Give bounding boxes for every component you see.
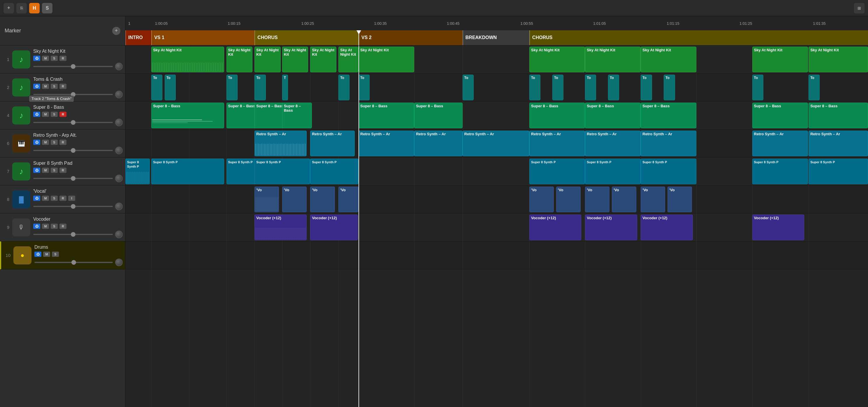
clip-vocoder-5[interactable]: Vocoder (+12) <box>641 215 692 240</box>
solo-btn-1[interactable]: S <box>51 56 58 61</box>
clip-synth-5[interactable]: Super 8 Synth P <box>310 159 359 184</box>
clip-vocal-3[interactable]: 'Vo <box>310 187 335 212</box>
clip-vocoder-4[interactable]: Vocoder (+12) <box>585 215 637 240</box>
track-slider-2[interactable] <box>33 94 113 95</box>
clip-vocal-2[interactable]: 'Vo <box>282 187 307 212</box>
track-knob-2[interactable] <box>115 91 123 98</box>
solo-btn-2[interactable]: S <box>51 84 58 89</box>
mute-btn-1[interactable]: M <box>42 56 49 61</box>
clip-retro-3[interactable]: Retro Synth – Ar <box>359 131 414 156</box>
clip-toms-12[interactable]: To <box>608 75 619 100</box>
add-button[interactable]: + <box>3 3 14 13</box>
clip-toms-6[interactable]: To <box>338 75 349 100</box>
power-btn-2[interactable]: ⏻ <box>33 84 40 89</box>
clip-vocal-8[interactable]: 'Vo <box>612 187 636 212</box>
clip-synth-6[interactable]: Super 8 Synth P <box>529 159 585 184</box>
clip-toms-8[interactable]: To <box>463 75 474 100</box>
clip-sky-1g[interactable]: Sky At Night Kit <box>359 46 414 72</box>
record-btn-2[interactable]: R <box>59 84 66 89</box>
solo-btn-8[interactable]: S <box>51 196 58 201</box>
track-knob-1[interactable] <box>115 63 123 70</box>
clip-sky-1d[interactable]: Sky At Night Kit <box>282 46 308 72</box>
clip-bass-5[interactable]: Super 8 – Bass <box>359 103 414 128</box>
clip-toms-2[interactable]: To <box>165 75 176 100</box>
clip-synth-1[interactable]: Super 8 Synth P <box>125 159 150 184</box>
clip-vocoder-2[interactable]: Vocoder (+12) <box>310 215 358 240</box>
clip-toms-4[interactable]: To <box>254 75 266 100</box>
power-btn-8[interactable]: ⏻ <box>33 196 40 201</box>
clip-bass-8[interactable]: Super 8 – Bass <box>585 103 641 128</box>
clip-synth-4[interactable]: Super 8 Synth P <box>254 159 310 184</box>
record-btn-9[interactable]: R <box>59 224 66 229</box>
clip-bass-1[interactable]: Super 8 – Bass <box>151 103 224 128</box>
record-btn-8[interactable]: R <box>59 196 66 201</box>
track-row-8[interactable]: 8 ▓ 'Vocal' ⏻ M S R I <box>0 185 125 213</box>
track-row-2[interactable]: 2 ♪ Toms & Crash ⏻ M S R Tra <box>0 73 125 101</box>
clip-toms-7[interactable]: To <box>359 75 370 100</box>
clip-vocal-4[interactable]: 'Vo <box>338 187 359 212</box>
clip-bass-11[interactable]: Super 8 – Bass <box>809 103 868 128</box>
clip-vocoder-6[interactable]: Vocoder (+12) <box>752 215 804 240</box>
clip-retro-1[interactable]: Retro Synth – Ar <box>254 131 306 156</box>
clip-vocal-9[interactable]: 'Vo <box>641 187 665 212</box>
solo-btn-10[interactable]: S <box>52 252 59 257</box>
clip-synth-7[interactable]: Super 8 Synth P <box>585 159 641 184</box>
power-btn-10[interactable]: ⏻ <box>34 252 41 257</box>
track-row-7[interactable]: 7 ♪ Super 8 Synth Pad ⏻ M S R <box>0 157 125 185</box>
clip-synth-8[interactable]: Super 8 Synth P <box>641 159 696 184</box>
track-knob-10[interactable] <box>115 259 123 266</box>
clip-bass-6[interactable]: Super 8 – Bass <box>414 103 463 128</box>
clip-sky-1a[interactable]: Sky At Night Kit <box>151 46 224 72</box>
record-btn-6[interactable]: R <box>59 139 66 145</box>
track-row-9[interactable]: 9 🎙 Vocoder ⏻ M S R <box>0 213 125 241</box>
clip-vocoder-3[interactable]: Vocoder (+12) <box>529 215 581 240</box>
clip-retro-9[interactable]: Retro Synth – Ar <box>752 131 808 156</box>
clip-vocoder-1[interactable]: Vocoder (+12) <box>254 215 306 240</box>
clip-vocal-1[interactable]: 'Vo <box>254 187 279 212</box>
record-btn-1[interactable]: R <box>59 56 66 61</box>
clip-toms-1[interactable]: To <box>151 75 162 100</box>
clip-retro-4[interactable]: Retro Synth – Ar <box>414 131 463 156</box>
mute-btn-7[interactable]: M <box>42 168 49 173</box>
clip-retro-10[interactable]: Retro Synth – Ar <box>809 131 868 156</box>
clip-vocal-10[interactable]: 'Vo <box>668 187 692 212</box>
input-btn-8[interactable]: I <box>68 196 75 201</box>
clip-sky-1k[interactable]: Sky At Night Kit <box>752 46 808 72</box>
clip-bass-7[interactable]: Super 8 – Bass <box>529 103 585 128</box>
clip-toms-10[interactable]: To <box>552 75 563 100</box>
clip-sky-1i[interactable]: Sky At Night Kit <box>585 46 641 72</box>
solo-btn-4[interactable]: S <box>51 112 58 117</box>
track-row-6[interactable]: 6 🎹 Retro Synth - Arp Alt. ⏻ M S R <box>0 129 125 157</box>
clip-synth-10[interactable]: Super 8 Synth P <box>809 159 868 184</box>
track-slider-8[interactable] <box>33 206 113 207</box>
clip-retro-7[interactable]: Retro Synth – Ar <box>585 131 641 156</box>
clip-vocal-7[interactable]: 'Vo <box>585 187 610 212</box>
clip-toms-13[interactable]: To <box>641 75 652 100</box>
track-slider-4[interactable] <box>33 122 113 123</box>
clip-sky-1h[interactable]: Sky At Night Kit <box>529 46 585 72</box>
solo-btn-6[interactable]: S <box>51 139 58 145</box>
clip-synth-9[interactable]: Super 8 Synth P <box>752 159 808 184</box>
track-slider-9[interactable] <box>33 234 113 235</box>
clip-toms-11[interactable]: To <box>585 75 596 100</box>
solo-btn-7[interactable]: S <box>51 168 58 173</box>
power-btn-1[interactable]: ⏻ <box>33 56 40 61</box>
clip-sky-1f[interactable]: Sky At Night Kit <box>338 46 359 72</box>
track-slider-10[interactable] <box>34 262 113 263</box>
mute-btn-2[interactable]: M <box>42 84 49 89</box>
solo-btn-9[interactable]: S <box>51 224 58 229</box>
clip-toms-9[interactable]: To <box>529 75 540 100</box>
clip-sky-1b[interactable]: Sky At Night Kit <box>226 46 252 72</box>
record-btn-4[interactable]: R <box>59 112 66 117</box>
mute-btn-6[interactable]: M <box>42 139 49 145</box>
clip-bass-4[interactable]: Super 8 – Bass <box>282 103 312 128</box>
mute-btn-10[interactable]: M <box>43 252 50 257</box>
clip-vocal-5[interactable]: 'Vo <box>529 187 554 212</box>
track-knob-7[interactable] <box>115 175 123 182</box>
clip-sky-1e[interactable]: Sky At Night Kit <box>310 46 336 72</box>
clip-vocal-6[interactable]: 'Vo <box>556 187 581 212</box>
clip-retro-2[interactable]: Retro Synth – Ar <box>310 131 355 156</box>
clip-toms-5[interactable]: T <box>282 75 288 100</box>
track-slider-7[interactable] <box>33 178 113 179</box>
power-btn-6[interactable]: ⏻ <box>33 139 40 145</box>
